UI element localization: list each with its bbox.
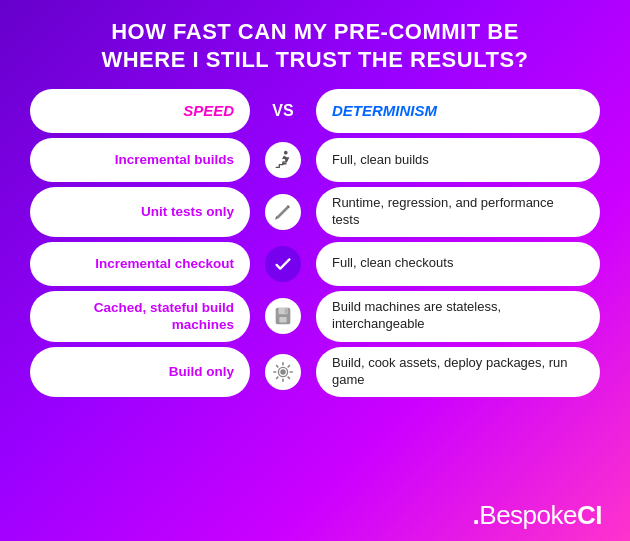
left-cell-3: Incremental checkout	[30, 242, 250, 286]
checkmark-icon	[265, 246, 301, 282]
right-text-3: Full, clean checkouts	[332, 255, 453, 272]
svg-point-0	[284, 151, 288, 155]
speed-header: SPEED	[30, 89, 250, 133]
svg-rect-3	[279, 317, 286, 323]
svg-point-5	[280, 369, 286, 375]
branding-ci: CI	[577, 500, 602, 530]
stairs-icon	[265, 142, 301, 178]
floppy-icon	[265, 298, 301, 334]
left-text-3: Incremental checkout	[95, 255, 234, 273]
right-cell-1: Full, clean builds	[316, 138, 600, 182]
table-row: Incremental builds Full, clean builds	[30, 138, 600, 182]
header-row: SPEED VS DETERMINISM	[30, 89, 600, 133]
icon-cell-2	[250, 187, 316, 237]
pencil-icon	[265, 194, 301, 230]
table-row: Cached, stateful build machines Build ma…	[30, 291, 600, 342]
comparison-table: SPEED VS DETERMINISM Incremental builds	[30, 89, 600, 397]
right-text-1: Full, clean builds	[332, 152, 429, 169]
icon-cell-4	[250, 291, 316, 342]
left-cell-5: Build only	[30, 347, 250, 397]
right-cell-4: Build machines are stateless, interchang…	[316, 291, 600, 342]
icon-cell-3	[250, 242, 316, 286]
table-row: Incremental checkout Full, clean checkou…	[30, 242, 600, 286]
determinism-header: DETERMINISM	[316, 89, 600, 133]
branding: .BespokeCI	[473, 494, 610, 531]
svg-rect-4	[285, 309, 287, 314]
right-cell-2: Runtime, regression, and performance tes…	[316, 187, 600, 237]
left-text-2: Unit tests only	[141, 203, 234, 221]
branding-bespoke: Bespoke	[479, 500, 577, 530]
left-cell-4: Cached, stateful build machines	[30, 291, 250, 342]
vs-label: VS	[250, 89, 316, 133]
icon-cell-1	[250, 138, 316, 182]
icon-cell-5	[250, 347, 316, 397]
gear-icon	[265, 354, 301, 390]
right-text-5: Build, cook assets, deploy packages, run…	[332, 355, 584, 389]
right-text-4: Build machines are stateless, interchang…	[332, 299, 584, 333]
right-cell-3: Full, clean checkouts	[316, 242, 600, 286]
table-row: Unit tests only Runtime, regression, and…	[30, 187, 600, 237]
left-text-4: Cached, stateful build machines	[46, 299, 234, 334]
left-cell-1: Incremental builds	[30, 138, 250, 182]
right-cell-5: Build, cook assets, deploy packages, run…	[316, 347, 600, 397]
page-title: HOW FAST CAN MY PRE-COMMIT BE WHERE I ST…	[101, 18, 528, 73]
left-text-5: Build only	[169, 363, 234, 381]
right-text-2: Runtime, regression, and performance tes…	[332, 195, 584, 229]
table-row: Build only Build, cook assets, deploy pa…	[30, 347, 600, 397]
left-cell-2: Unit tests only	[30, 187, 250, 237]
left-text-1: Incremental builds	[115, 151, 234, 169]
